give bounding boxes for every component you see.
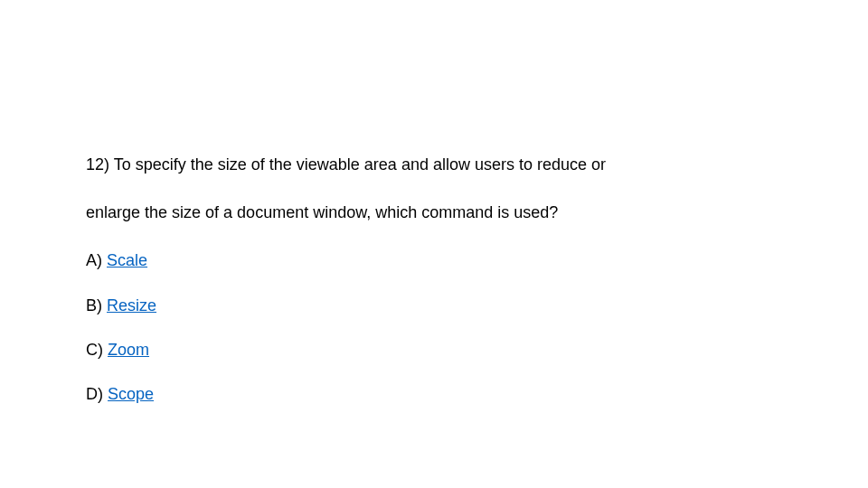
question-number: 12) xyxy=(86,155,109,174)
option-d-link[interactable]: Scope xyxy=(108,385,154,403)
option-b-link[interactable]: Resize xyxy=(107,296,156,314)
option-c: C) Zoom xyxy=(86,339,809,361)
option-d-letter: D) xyxy=(86,385,103,403)
option-a-letter: A) xyxy=(86,251,102,269)
question-block: 12) To specify the size of the viewable … xyxy=(0,0,809,406)
option-d: D) Scope xyxy=(86,383,809,406)
question-text-1: To specify the size of the viewable area… xyxy=(114,155,606,174)
option-c-link[interactable]: Zoom xyxy=(108,341,149,359)
question-line-1: 12) To specify the size of the viewable … xyxy=(86,154,809,176)
question-line-2: enlarge the size of a document window, w… xyxy=(86,202,809,224)
option-c-letter: C) xyxy=(86,341,103,359)
option-b-letter: B) xyxy=(86,296,102,314)
option-a-link[interactable]: Scale xyxy=(107,251,147,269)
option-a: A) Scale xyxy=(86,249,809,272)
option-b: B) Resize xyxy=(86,295,809,317)
